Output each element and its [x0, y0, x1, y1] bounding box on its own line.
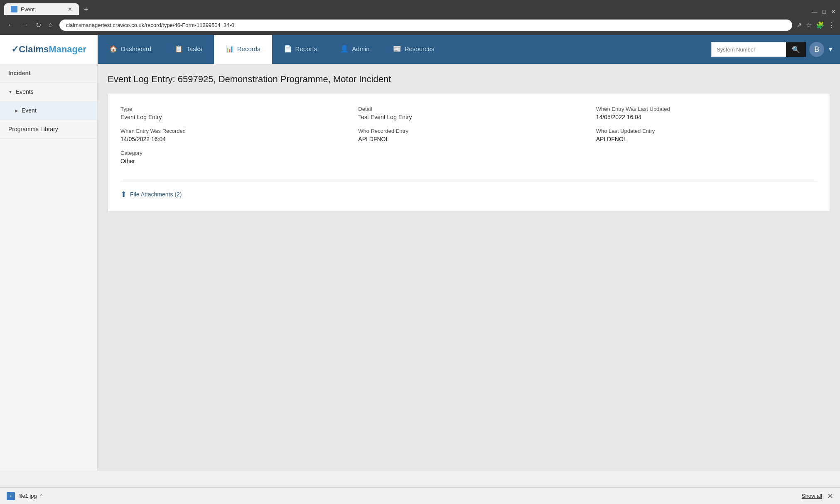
close-window-icon[interactable]: ✕: [831, 8, 836, 15]
nav-records[interactable]: 📊 Records: [214, 35, 272, 64]
user-avatar[interactable]: B: [809, 42, 824, 57]
field-who-last-updated: Who Last Updated Entry API DFNOL: [596, 128, 817, 142]
logo: ✓ClaimsManager: [11, 44, 86, 55]
col-1: Type Event Log Entry When Entry Was Reco…: [120, 106, 341, 164]
star-icon[interactable]: ☆: [806, 21, 812, 29]
back-button[interactable]: ←: [5, 20, 17, 30]
nav-admin-label: Admin: [352, 45, 370, 52]
resources-icon: 📰: [393, 45, 401, 53]
nav-links: 🏠 Dashboard 📋 Tasks 📊 Records 📄 Reports …: [98, 35, 705, 64]
download-filename: file1.jpg: [18, 493, 37, 499]
sidebar: Incident ▼ Events ▶ Event Programme Libr…: [0, 64, 98, 471]
nav-buttons: ← → ↻ ⌂: [5, 20, 55, 30]
show-all-button[interactable]: Show all: [802, 493, 822, 499]
search-button[interactable]: 🔍: [786, 42, 806, 57]
field-last-updated: When Entry Was Last Updated 14/05/2022 1…: [596, 106, 817, 120]
when-recorded-value: 14/05/2022 16:04: [120, 136, 341, 142]
event-chevron: ▶: [15, 108, 18, 113]
nav-resources[interactable]: 📰 Resources: [381, 35, 446, 64]
col-2: Detail Test Event Log Entry Who Recorded…: [358, 106, 579, 164]
home-button[interactable]: ⌂: [46, 20, 55, 30]
last-updated-value: 14/05/2022 16:04: [596, 114, 817, 120]
logo-manager: Manager: [49, 44, 86, 54]
tab-bar: Event ✕ + — □ ✕: [0, 0, 840, 15]
content-area: Event Log Entry: 6597925, Demonstration …: [98, 64, 840, 471]
sidebar-item-event[interactable]: ▶ Event: [0, 101, 97, 120]
attachment-icon: ⬆: [120, 190, 127, 199]
close-tab-icon[interactable]: ✕: [68, 6, 72, 12]
admin-icon: 👤: [340, 45, 349, 53]
detail-label: Detail: [358, 106, 579, 112]
field-detail: Detail Test Event Log Entry: [358, 106, 579, 120]
tab-title: Event: [21, 6, 34, 12]
nav-resources-label: Resources: [405, 45, 435, 52]
file-icon: ▪: [7, 492, 15, 500]
maximize-icon[interactable]: □: [823, 8, 826, 15]
type-value: Event Log Entry: [120, 114, 341, 120]
incident-label: Incident: [8, 70, 31, 76]
more-icon[interactable]: ⋮: [828, 21, 835, 29]
who-last-updated-value: API DFNOL: [596, 136, 817, 142]
nav-admin[interactable]: 👤 Admin: [329, 35, 381, 64]
top-nav: ✓ClaimsManager 🏠 Dashboard 📋 Tasks 📊 Rec…: [0, 35, 840, 64]
nav-records-label: Records: [237, 45, 260, 52]
tab-favicon: [11, 6, 17, 12]
nav-dashboard-label: Dashboard: [121, 45, 151, 52]
field-category: Category Other: [120, 150, 341, 164]
nav-tasks[interactable]: 📋 Tasks: [163, 35, 214, 64]
events-label: Events: [16, 88, 34, 95]
event-label: Event: [22, 107, 37, 114]
download-bar: ▪ file1.jpg ^ Show all ✕: [0, 487, 840, 504]
sidebar-item-incident[interactable]: Incident: [0, 64, 97, 83]
col-3: When Entry Was Last Updated 14/05/2022 1…: [596, 106, 817, 164]
sidebar-item-programme-library[interactable]: Programme Library: [0, 120, 97, 139]
field-type: Type Event Log Entry: [120, 106, 341, 120]
type-label: Type: [120, 106, 341, 112]
last-updated-label: When Entry Was Last Updated: [596, 106, 817, 112]
download-close-icon[interactable]: ✕: [827, 492, 833, 501]
nav-dashboard[interactable]: 🏠 Dashboard: [98, 35, 163, 64]
attachments-label: File Attachments (2): [130, 191, 182, 198]
sidebar-item-events[interactable]: ▼ Events: [0, 83, 97, 101]
address-bar: ← → ↻ ⌂ ↗ ☆ 🧩 ⋮: [0, 15, 840, 35]
who-recorded-value: API DFNOL: [358, 136, 579, 142]
logo-check: ✓: [11, 44, 19, 54]
window-controls: — □ ✕: [812, 8, 836, 15]
download-chevron-icon[interactable]: ^: [40, 493, 43, 499]
field-who-recorded: Who Recorded Entry API DFNOL: [358, 128, 579, 142]
events-chevron: ▼: [8, 90, 12, 94]
minimize-icon[interactable]: —: [812, 8, 818, 15]
who-recorded-label: Who Recorded Entry: [358, 128, 579, 134]
search-input[interactable]: [711, 42, 786, 57]
nav-right: 🔍 B ▼: [705, 35, 840, 64]
tasks-icon: 📋: [174, 45, 183, 53]
nav-reports-label: Reports: [295, 45, 317, 52]
main-content: Incident ▼ Events ▶ Event Programme Libr…: [0, 64, 840, 471]
share-icon[interactable]: ↗: [796, 21, 802, 29]
app: ✓ClaimsManager 🏠 Dashboard 📋 Tasks 📊 Rec…: [0, 35, 840, 471]
dashboard-icon: 🏠: [109, 45, 118, 53]
logo-area: ✓ClaimsManager: [0, 35, 98, 64]
refresh-button[interactable]: ↻: [33, 20, 44, 30]
new-tab-button[interactable]: +: [81, 5, 92, 15]
programme-library-label: Programme Library: [8, 126, 58, 132]
forward-button[interactable]: →: [19, 20, 31, 30]
who-last-updated-label: Who Last Updated Entry: [596, 128, 817, 134]
download-item: ▪ file1.jpg ^: [7, 492, 42, 500]
user-dropdown-arrow[interactable]: ▼: [828, 46, 833, 53]
category-label: Category: [120, 150, 341, 156]
toolbar-icons: ↗ ☆ 🧩 ⋮: [796, 21, 835, 29]
address-input[interactable]: [59, 20, 792, 31]
nav-reports[interactable]: 📄 Reports: [272, 35, 329, 64]
page-title: Event Log Entry: 6597925, Demonstration …: [108, 74, 830, 85]
record-grid: Type Event Log Entry When Entry Was Reco…: [120, 106, 817, 164]
logo-claims: Claims: [19, 44, 49, 54]
field-when-recorded: When Entry Was Recorded 14/05/2022 16:04: [120, 128, 341, 142]
when-recorded-label: When Entry Was Recorded: [120, 128, 341, 134]
record-card: Type Event Log Entry When Entry Was Reco…: [108, 93, 830, 212]
detail-value: Test Event Log Entry: [358, 114, 579, 120]
extension-icon[interactable]: 🧩: [816, 21, 824, 29]
records-icon: 📊: [226, 45, 234, 53]
attachments-section[interactable]: ⬆ File Attachments (2): [120, 181, 817, 199]
browser-tab[interactable]: Event ✕: [4, 3, 79, 15]
